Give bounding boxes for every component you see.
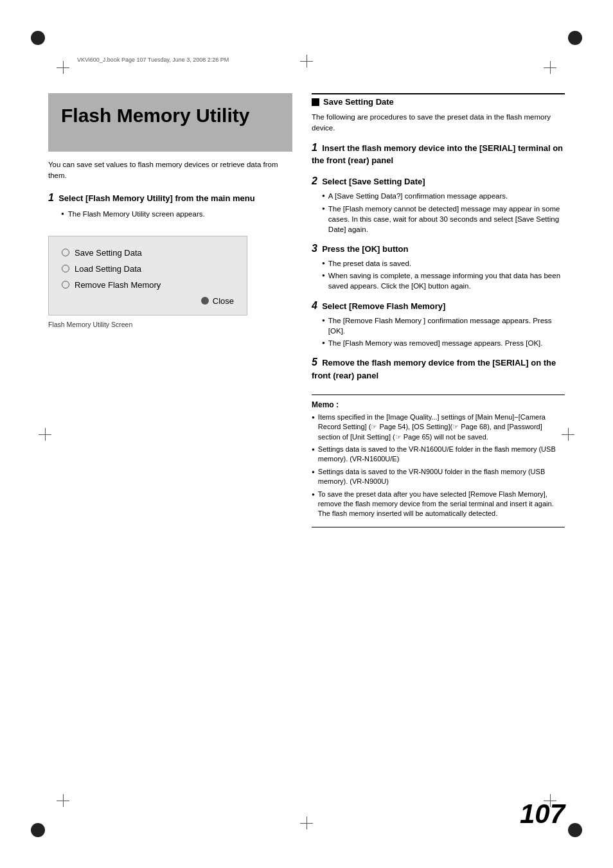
right-step2-num: 2 — [312, 175, 317, 186]
right-step2-bullet-2: The [Flash memory cannot be detected] me… — [322, 204, 565, 235]
right-step4-heading: 4 Select [Remove Flash Memory] — [312, 299, 565, 313]
corner-mark-br — [568, 823, 582, 837]
right-step1-num: 1 — [312, 142, 317, 153]
memo-bullet-2: Settings data is saved to the VR-N1600U/… — [312, 445, 565, 465]
right-step2-text: Select [Save Setting Date] — [322, 177, 425, 186]
memo-bullet-4: To save the preset data after you have s… — [312, 490, 565, 519]
right-step5: 5 Remove the flash memory device from th… — [312, 355, 565, 384]
section-intro: The following are procedures to save the… — [312, 112, 565, 134]
close-label: Close — [213, 296, 234, 306]
screen-close-row: Close — [62, 296, 234, 306]
screen-row-3: Remove Flash Memory — [62, 280, 234, 290]
memo-bullet-3: Settings data is saved to the VR-N900U f… — [312, 467, 565, 487]
right-step4-bullet-1: The [Remove Flash Memory ] confirmation … — [322, 315, 565, 336]
right-step1-text: Insert the flash memory device into the … — [312, 143, 563, 165]
right-step4-bullet-2: The [Flash Memory was removed] message a… — [322, 338, 565, 348]
right-step4-num: 4 — [312, 300, 317, 311]
right-step4: 4 Select [Remove Flash Memory] The [Remo… — [312, 299, 565, 351]
left-step1-text: Select [Flash Memory Utility] from the m… — [58, 193, 255, 203]
close-button: Close — [201, 296, 234, 306]
section-title-row: Save Setting Date — [312, 93, 565, 107]
memo-box: Memo : Items specified in the [Image Qua… — [312, 394, 565, 527]
screen-row-2: Load Setting Data — [62, 264, 234, 274]
right-step3-bullet-2: When saving is complete, a message infor… — [322, 270, 565, 291]
left-step1-num: 1 — [48, 192, 54, 203]
right-step5-heading: 5 Remove the flash memory device from th… — [312, 355, 565, 382]
right-step3: 3 Press the [OK] button The preset data … — [312, 242, 565, 294]
screen-row-1: Save Setting Data — [62, 248, 234, 258]
header-text: VKVi600_J.book Page 107 Tuesday, June 3,… — [77, 57, 229, 63]
right-step3-heading: 3 Press the [OK] button — [312, 242, 565, 256]
right-step3-bullet-1: The preset data is saved. — [322, 258, 565, 269]
memo-title: Memo : — [312, 400, 565, 409]
left-step1-bullet: The Flash Memory Utility screen appears. — [61, 209, 292, 219]
left-step1-heading: 1 Select [Flash Memory Utility] from the… — [48, 191, 292, 205]
crosshair-bottom-mid — [300, 817, 313, 829]
corner-mark-bl — [31, 823, 45, 837]
crosshair-bl — [57, 794, 69, 807]
right-step2-bullet-1: A [Save Setting Data?] confirmation mess… — [322, 191, 565, 201]
section-title-icon — [312, 98, 319, 106]
right-step3-num: 3 — [312, 243, 317, 254]
memo-bullet-1: Items specified in the [Image Quality...… — [312, 412, 565, 442]
left-column: Flash Memory Utility You can save set va… — [48, 93, 292, 791]
section-title: Save Setting Date — [323, 97, 394, 107]
crosshair-tl — [57, 61, 69, 74]
corner-mark-tr — [568, 31, 582, 45]
right-step2: 2 Select [Save Setting Date] A [Save Set… — [312, 174, 565, 236]
right-step5-text: Remove the flash memory device from the … — [312, 358, 556, 380]
right-step1-heading: 1 Insert the flash memory device into th… — [312, 141, 565, 167]
right-column: Save Setting Date The following are proc… — [312, 93, 565, 791]
screen-item-save: Save Setting Data — [75, 248, 142, 258]
radio-save — [62, 249, 69, 256]
content-area: Flash Memory Utility You can save set va… — [48, 93, 565, 791]
close-dot-icon — [201, 297, 209, 305]
screen-mockup: Save Setting Data Load Setting Data Remo… — [48, 236, 247, 315]
crosshair-tr — [544, 61, 556, 74]
radio-load — [62, 265, 69, 272]
page-number: 107 — [520, 799, 565, 829]
screen-caption: Flash Memory Utility Screen — [48, 321, 292, 328]
radio-remove — [62, 281, 69, 288]
right-step5-num: 5 — [312, 357, 317, 368]
right-step1: 1 Insert the flash memory device into th… — [312, 141, 565, 170]
screen-item-remove: Remove Flash Memory — [75, 280, 161, 290]
title-box: Flash Memory Utility — [48, 93, 292, 152]
crosshair-top-mid — [300, 55, 313, 67]
right-step2-heading: 2 Select [Save Setting Date] — [312, 174, 565, 188]
screen-item-load: Load Setting Data — [75, 264, 141, 274]
right-step3-text: Press the [OK] button — [322, 244, 408, 254]
left-step1: 1 Select [Flash Memory Utility] from the… — [48, 191, 292, 222]
corner-mark-tl — [31, 31, 45, 45]
page-title: Flash Memory Utility — [61, 105, 280, 126]
intro-text: You can save set values to flash memory … — [48, 159, 292, 182]
right-step4-text: Select [Remove Flash Memory] — [322, 301, 445, 311]
two-column-layout: Flash Memory Utility You can save set va… — [48, 93, 565, 791]
